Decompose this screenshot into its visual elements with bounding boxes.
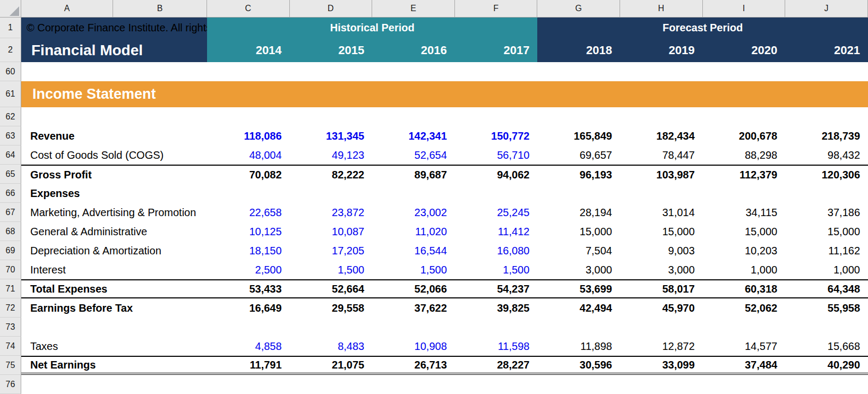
cell-H75[interactable]: 33,099	[620, 357, 703, 373]
year-cell-2017[interactable]: 2017	[455, 38, 538, 62]
cell-G75[interactable]: 30,596	[537, 357, 620, 373]
cell-D68[interactable]: 10,087	[290, 222, 373, 241]
cell-E69[interactable]: 16,544	[372, 241, 455, 260]
cell-F68[interactable]: 11,412	[455, 222, 538, 241]
cell-C63[interactable]: 118,086	[207, 126, 290, 145]
cell-A63[interactable]: Revenue	[21, 126, 207, 145]
column-header-d[interactable]: D	[290, 0, 373, 17]
cell-F64[interactable]: 56,710	[455, 145, 538, 165]
cell-J67[interactable]: 37,186	[785, 203, 868, 222]
row-header-72[interactable]: 72	[0, 298, 21, 318]
cell-C65[interactable]: 70,082	[207, 166, 290, 184]
cell-C70[interactable]: 2,500	[207, 260, 290, 279]
row-header-63[interactable]: 63	[0, 126, 21, 145]
section-header-cell[interactable]: Income Statement	[21, 81, 868, 107]
sheet-title-cell[interactable]: Financial Model	[21, 38, 207, 62]
cell-E70[interactable]: 1,500	[372, 260, 455, 279]
cell-J75[interactable]: 40,290	[785, 357, 868, 373]
cell-E68[interactable]: 11,020	[372, 222, 455, 241]
row-header-73[interactable]: 73	[0, 318, 21, 337]
year-cell-2020[interactable]: 2020	[703, 38, 786, 62]
cell-E72[interactable]: 37,622	[372, 298, 455, 318]
cell-F71[interactable]: 54,237	[455, 280, 538, 297]
cell-D65[interactable]: 82,222	[290, 166, 373, 184]
cell-H67[interactable]: 31,014	[620, 203, 703, 222]
select-all-corner[interactable]	[0, 0, 21, 17]
cell-C69[interactable]: 18,150	[207, 241, 290, 260]
cell-D71[interactable]: 52,664	[290, 280, 373, 297]
cell-I64[interactable]: 88,298	[703, 145, 786, 165]
cell-I63[interactable]: 200,678	[703, 126, 786, 145]
cell-F72[interactable]: 39,825	[455, 298, 538, 318]
column-header-a[interactable]: A	[21, 0, 113, 17]
cell-G71[interactable]: 53,699	[537, 280, 620, 297]
column-header-i[interactable]: I	[703, 0, 786, 17]
copyright-cell[interactable]: © Corporate Finance Institute. All right…	[21, 18, 207, 38]
cell-G65[interactable]: 96,193	[537, 166, 620, 184]
year-cell-2016[interactable]: 2016	[372, 38, 455, 62]
row-header-68[interactable]: 68	[0, 222, 21, 241]
cell-A67[interactable]: Marketing, Advertising & Promotion	[21, 203, 207, 222]
cell-H72[interactable]: 45,970	[620, 298, 703, 318]
cell-J72[interactable]: 55,958	[785, 298, 868, 318]
cell-A66[interactable]: Expenses	[21, 184, 207, 203]
cell-G68[interactable]: 15,000	[537, 222, 620, 241]
cell-J71[interactable]: 64,348	[785, 280, 868, 297]
row-header-69[interactable]: 69	[0, 241, 21, 260]
cell-H71[interactable]: 58,017	[620, 280, 703, 297]
cell-A74[interactable]: Taxes	[21, 337, 207, 356]
cell-A72[interactable]: Earnings Before Tax	[21, 298, 207, 318]
cell-D70[interactable]: 1,500	[290, 260, 373, 279]
cell-J68[interactable]: 15,000	[785, 222, 868, 241]
cell-I65[interactable]: 112,379	[703, 166, 786, 184]
column-header-e[interactable]: E	[372, 0, 455, 17]
column-header-g[interactable]: G	[537, 0, 620, 17]
cell-C72[interactable]: 16,649	[207, 298, 290, 318]
cell-C75[interactable]: 11,791	[207, 357, 290, 373]
row-header-76[interactable]: 76	[0, 375, 21, 394]
year-cell-2019[interactable]: 2019	[620, 38, 703, 62]
row-header-65[interactable]: 65	[0, 165, 21, 184]
cell-I75[interactable]: 37,484	[703, 357, 786, 373]
row-header-1[interactable]: 1	[0, 18, 21, 38]
cell-C71[interactable]: 53,433	[207, 280, 290, 297]
cell-D75[interactable]: 21,075	[290, 357, 373, 373]
cell-E67[interactable]: 23,002	[372, 203, 455, 222]
cell-I74[interactable]: 14,577	[703, 337, 786, 356]
forecast-period-header[interactable]: Forecast Period	[537, 18, 868, 38]
cell-A65[interactable]: Gross Profit	[21, 166, 207, 184]
cell-C68[interactable]: 10,125	[207, 222, 290, 241]
row-header-62[interactable]: 62	[0, 107, 21, 126]
cell-G67[interactable]: 28,194	[537, 203, 620, 222]
cell-F65[interactable]: 94,062	[455, 166, 538, 184]
row-header-74[interactable]: 74	[0, 337, 21, 356]
row-header-64[interactable]: 64	[0, 145, 21, 165]
cell-E74[interactable]: 10,908	[372, 337, 455, 356]
cell-I72[interactable]: 52,062	[703, 298, 786, 318]
cell-J64[interactable]: 98,432	[785, 145, 868, 165]
cell-E64[interactable]: 52,654	[372, 145, 455, 165]
cell-I69[interactable]: 10,203	[703, 241, 786, 260]
cell-G69[interactable]: 7,504	[537, 241, 620, 260]
cell-E75[interactable]: 26,713	[372, 357, 455, 373]
cell-A68[interactable]: General & Administrative	[21, 222, 207, 241]
cell-D67[interactable]: 23,872	[290, 203, 373, 222]
cell-H65[interactable]: 103,987	[620, 166, 703, 184]
year-cell-2021[interactable]: 2021	[785, 38, 868, 62]
row-header-2[interactable]: 2	[0, 38, 21, 62]
cell-F67[interactable]: 25,245	[455, 203, 538, 222]
column-header-b[interactable]: B	[113, 0, 207, 17]
cell-D63[interactable]: 131,345	[290, 126, 373, 145]
historical-period-header[interactable]: Historical Period	[207, 18, 537, 38]
year-cell-2018[interactable]: 2018	[537, 38, 620, 62]
row-header-61[interactable]: 61	[0, 81, 21, 107]
cell-C64[interactable]: 48,004	[207, 145, 290, 165]
cell-G70[interactable]: 3,000	[537, 260, 620, 279]
cell-H63[interactable]: 182,434	[620, 126, 703, 145]
cell-H68[interactable]: 15,000	[620, 222, 703, 241]
cell-J74[interactable]: 15,668	[785, 337, 868, 356]
cell-H74[interactable]: 12,872	[620, 337, 703, 356]
year-cell-2015[interactable]: 2015	[290, 38, 373, 62]
cell-E71[interactable]: 52,066	[372, 280, 455, 297]
cell-F75[interactable]: 28,227	[455, 357, 538, 373]
